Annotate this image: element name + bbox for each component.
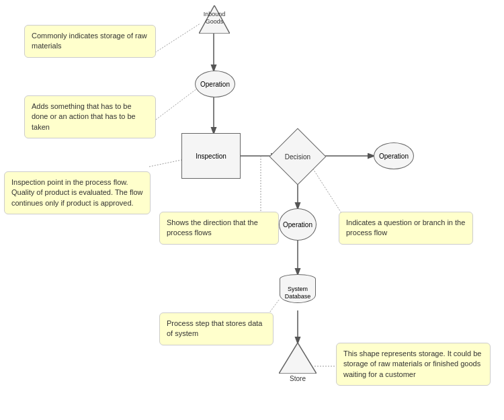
callout-action-text: Adds something that has to be done or an… — [32, 102, 136, 131]
svg-line-7 — [155, 24, 200, 52]
inbound-goods-shape: Inbound Goods — [199, 5, 230, 35]
operation3-label: Operation — [283, 221, 312, 228]
callout-storage: This shape represents storage. It could … — [336, 343, 491, 386]
inspection-label: Inspection — [196, 153, 226, 160]
callout-process-step: Process step that stores data of system — [159, 312, 274, 345]
callout-action: Adds something that has to be done or an… — [24, 95, 156, 138]
callout-raw-materials: Commonly indicates storage of raw materi… — [24, 25, 156, 58]
operation2-shape: Operation — [374, 142, 414, 169]
callout-direction-text: Shows the direction that the process flo… — [167, 218, 258, 237]
decision-shape: Decision — [277, 136, 319, 177]
operation1-shape: Operation — [195, 71, 235, 97]
callout-inspection-text: Inspection point in the process flow. Qu… — [11, 178, 142, 207]
callout-storage-text: This shape represents storage. It could … — [343, 349, 481, 378]
callout-process-step-text: Process step that stores data of system — [167, 319, 262, 337]
svg-marker-15 — [279, 343, 317, 374]
database-label: System Database — [280, 286, 315, 300]
operation2-label: Operation — [379, 153, 409, 160]
svg-line-8 — [156, 89, 197, 120]
callout-direction: Shows the direction that the process flo… — [159, 212, 279, 245]
operation1-label: Operation — [200, 81, 230, 88]
store-shape: Store — [279, 343, 317, 382]
svg-line-9 — [149, 160, 181, 167]
db-body: System Database — [280, 279, 316, 303]
callout-raw-materials-text: Commonly indicates storage of raw materi… — [32, 32, 147, 50]
callout-inspection: Inspection point in the process flow. Qu… — [4, 171, 151, 214]
inspection-shape: Inspection — [181, 133, 241, 179]
callout-question-text: Indicates a question or branch in the pr… — [346, 218, 465, 237]
store-label: Store — [290, 375, 306, 382]
inbound-goods-label: Inbound Goods — [199, 11, 230, 26]
callout-question: Indicates a question or branch in the pr… — [339, 212, 473, 245]
decision-label: Decision — [285, 153, 310, 161]
database-shape: System Database — [280, 274, 316, 303]
diagram-container: Inbound Goods Operation Inspection Decis… — [0, 0, 504, 420]
operation3-shape: Operation — [279, 208, 317, 241]
